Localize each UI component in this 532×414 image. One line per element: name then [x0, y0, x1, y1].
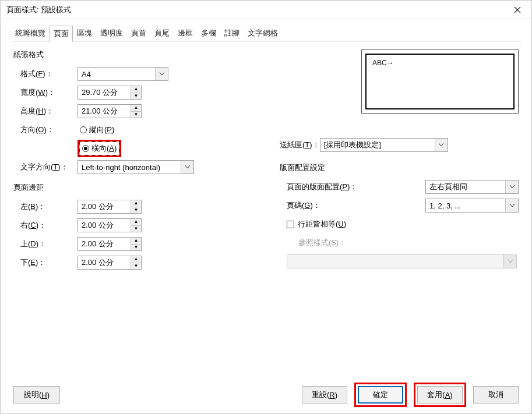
page-layout-select[interactable]: 左右頁相同 — [425, 180, 519, 194]
margin-bottom-label: 下(E)： — [13, 257, 77, 268]
spinner-arrows: ▲▼ — [131, 86, 141, 99]
margin-left-value: 2.00 公分 — [78, 201, 131, 212]
paper-tray-value: [採用印表機設定] — [324, 140, 381, 150]
arrow-down-icon[interactable]: ▼ — [131, 93, 141, 100]
height-label: 高度(H)： — [13, 106, 77, 116]
margin-right-label: 右(C)： — [13, 220, 77, 231]
right-column: ABC→ 送紙匣(T)： [採用印表機設定] 版面配置設定 頁面的版面配置(P)… — [276, 49, 519, 383]
chevron-down-icon — [435, 139, 448, 151]
tab-strip: 統籌概覽 頁面 區塊 透明度 頁首 頁尾 邊框 多欄 註腳 文字網格 — [1, 19, 531, 41]
margin-right-value: 2.00 公分 — [78, 220, 131, 231]
margin-left-spinner[interactable]: 2.00 公分 ▲▼ — [77, 200, 142, 214]
chevron-down-icon — [155, 68, 168, 80]
tab-header[interactable]: 頁首 — [127, 25, 150, 41]
tab-page[interactable]: 頁面 — [50, 26, 73, 42]
chevron-down-icon — [505, 181, 518, 193]
radio-icon — [80, 126, 87, 133]
landscape-label: 橫向(A) — [91, 143, 117, 154]
arrow-down-icon[interactable]: ▼ — [131, 263, 141, 270]
tab-organizer[interactable]: 統籌概覽 — [11, 25, 50, 41]
landscape-radio[interactable]: 橫向(A) — [80, 142, 119, 155]
tab-transparency[interactable]: 透明度 — [96, 25, 127, 41]
reset-button[interactable]: 重設(R) — [302, 386, 347, 404]
paper-tray-label: 送紙匣(T)： — [280, 140, 320, 150]
chevron-down-icon — [505, 199, 518, 212]
height-value: 21.00 公分 — [78, 106, 131, 116]
width-spinner[interactable]: 29.70 公分 ▲▼ — [77, 86, 142, 100]
preview-text: ABC→ — [372, 59, 394, 67]
preview-page: ABC→ — [365, 54, 515, 109]
tab-area[interactable]: 區塊 — [73, 25, 96, 41]
page-style-dialog: 頁面樣式: 預設樣式 統籌概覽 頁面 區塊 透明度 頁首 頁尾 邊框 多欄 註腳… — [0, 0, 532, 414]
orientation-label: 方向(O)： — [13, 125, 77, 135]
width-value: 29.70 公分 — [78, 87, 131, 98]
apply-button[interactable]: 套用(A) — [417, 386, 463, 404]
arrow-up-icon[interactable]: ▲ — [131, 238, 141, 245]
reference-style-label: 參照樣式(S)： — [280, 238, 346, 248]
page-number-label: 頁碼(G)： — [280, 200, 425, 211]
spinner-arrows: ▲▼ — [131, 256, 141, 269]
arrow-up-icon[interactable]: ▲ — [131, 219, 141, 226]
text-direction-value: Left-to-right (horizontal) — [82, 163, 160, 172]
format-value: A4 — [82, 70, 91, 79]
spinner-arrows: ▲▼ — [131, 238, 141, 250]
help-button[interactable]: 說明(H) — [13, 386, 60, 404]
window-title: 頁面樣式: 預設樣式 — [6, 5, 71, 15]
margin-right-spinner[interactable]: 2.00 公分 ▲▼ — [77, 218, 142, 232]
width-label: 寬度(W)： — [13, 87, 77, 98]
margin-top-value: 2.00 公分 — [78, 239, 131, 249]
spinner-arrows: ▲▼ — [131, 219, 141, 232]
tab-footer[interactable]: 頁尾 — [150, 25, 174, 41]
checkbox-icon — [287, 221, 294, 228]
arrow-up-icon[interactable]: ▲ — [131, 105, 141, 112]
arrow-down-icon[interactable]: ▼ — [131, 245, 141, 251]
tab-borders[interactable]: 邊框 — [174, 25, 197, 41]
reference-style-select — [287, 254, 517, 268]
chevron-down-icon — [181, 161, 193, 174]
page-preview: ABC→ — [361, 49, 519, 114]
text-direction-select[interactable]: Left-to-right (horizontal) — [77, 160, 194, 174]
format-label: 格式(F)： — [13, 69, 77, 79]
spinner-arrows: ▲▼ — [131, 105, 141, 118]
arrow-down-icon[interactable]: ▼ — [131, 226, 141, 232]
paper-tray-select[interactable]: [採用印表機設定] — [320, 138, 448, 152]
layout-title: 版面配置設定 — [280, 162, 519, 173]
left-column: 紙張格式 格式(F)： A4 寬度(W)： 29.70 公分 ▲▼ 高度( — [13, 49, 276, 383]
chevron-down-icon — [503, 255, 516, 268]
paper-format-title: 紙張格式 — [13, 49, 276, 60]
ok-button[interactable]: 確定 — [358, 386, 403, 404]
margin-left-label: 左(B)： — [13, 201, 77, 212]
text-direction-label: 文字方向(T)： — [13, 162, 77, 172]
titlebar: 頁面樣式: 預設樣式 — [1, 1, 531, 19]
dialog-footer: 說明(H) 重設(R) 確定 套用(A) 取消 — [1, 383, 531, 413]
margin-bottom-spinner[interactable]: 2.00 公分 ▲▼ — [77, 256, 142, 270]
margins-title: 頁面邊距 — [13, 182, 276, 193]
arrow-up-icon[interactable]: ▲ — [131, 86, 141, 93]
tab-content: 紙張格式 格式(F)： A4 寬度(W)： 29.70 公分 ▲▼ 高度( — [1, 41, 531, 383]
portrait-label: 縱向(P) — [89, 125, 114, 135]
margin-top-label: 上(D)： — [13, 239, 77, 249]
margin-top-spinner[interactable]: 2.00 公分 ▲▼ — [77, 237, 142, 251]
tab-footnote[interactable]: 註腳 — [220, 25, 244, 41]
close-button[interactable] — [508, 2, 527, 18]
page-layout-value: 左右頁相同 — [429, 182, 467, 192]
portrait-radio[interactable]: 縱向(P) — [77, 123, 117, 136]
height-spinner[interactable]: 21.00 公分 ▲▼ — [77, 104, 142, 118]
equal-line-spacing-label: 行距皆相等(U) — [298, 219, 346, 229]
tab-columns[interactable]: 多欄 — [197, 25, 220, 41]
arrow-down-icon[interactable]: ▼ — [131, 207, 141, 214]
page-number-select[interactable]: 1, 2, 3, ... — [425, 199, 519, 213]
cancel-button[interactable]: 取消 — [473, 386, 519, 404]
page-layout-label: 頁面的版面配置(P)： — [280, 182, 425, 192]
format-select[interactable]: A4 — [77, 67, 168, 81]
radio-checked-icon — [82, 145, 89, 152]
arrow-up-icon[interactable]: ▲ — [131, 256, 141, 263]
tab-text-grid[interactable]: 文字網格 — [244, 25, 282, 41]
arrow-up-icon[interactable]: ▲ — [131, 200, 141, 207]
margin-bottom-value: 2.00 公分 — [78, 257, 131, 268]
page-number-value: 1, 2, 3, ... — [429, 201, 461, 210]
spinner-arrows: ▲▼ — [131, 200, 141, 213]
close-icon — [514, 6, 521, 13]
equal-line-spacing-checkbox[interactable]: 行距皆相等(U) — [287, 219, 346, 229]
arrow-down-icon[interactable]: ▼ — [131, 112, 141, 118]
